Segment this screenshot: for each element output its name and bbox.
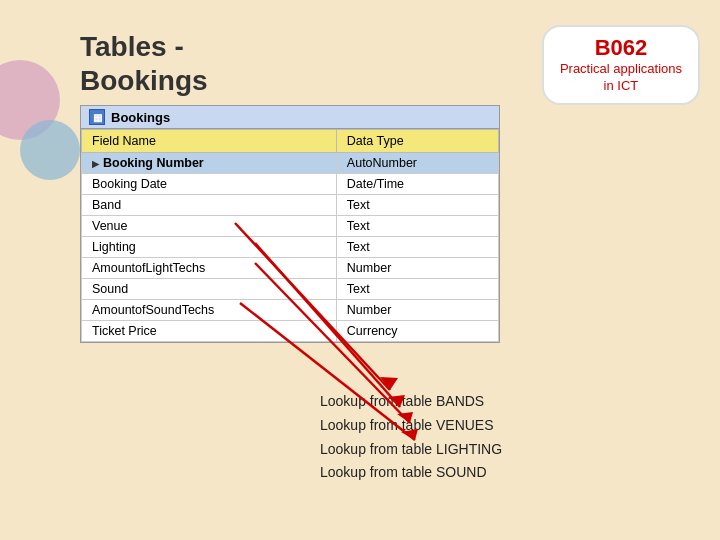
field-name-cell: Lighting	[82, 237, 337, 258]
lookup-item: Lookup from table VENUES	[320, 414, 502, 438]
field-name-cell: Sound	[82, 279, 337, 300]
database-table: Field Name Data Type Booking NumberAutoN…	[81, 129, 499, 342]
lookup-item: Lookup from table SOUND	[320, 461, 502, 485]
data-type-cell: Number	[336, 258, 498, 279]
data-type-cell: Text	[336, 279, 498, 300]
lookup-text-block: Lookup from table BANDSLookup from table…	[320, 390, 502, 485]
data-type-cell: Number	[336, 300, 498, 321]
title-line1: Tables -	[80, 30, 208, 64]
field-name-cell: Booking Number	[82, 153, 337, 174]
field-name-cell: Ticket Price	[82, 321, 337, 342]
field-name-cell: Booking Date	[82, 174, 337, 195]
table-row: Ticket PriceCurrency	[82, 321, 499, 342]
data-type-cell: Text	[336, 216, 498, 237]
course-badge: B062 Practical applicationsin ICT	[542, 25, 700, 105]
table-row: Booking DateDate/Time	[82, 174, 499, 195]
field-name-cell: Band	[82, 195, 337, 216]
badge-code: B062	[560, 35, 682, 61]
table-row: AmountofLightTechsNumber	[82, 258, 499, 279]
table-window-title: Bookings	[111, 110, 170, 125]
circle-decoration-2	[20, 120, 80, 180]
table-row: VenueText	[82, 216, 499, 237]
title-line2: Bookings	[80, 64, 208, 98]
col-data-type: Data Type	[336, 130, 498, 153]
data-type-cell: AutoNumber	[336, 153, 498, 174]
field-name-cell: Venue	[82, 216, 337, 237]
table-header-row: Field Name Data Type	[82, 130, 499, 153]
col-field-name: Field Name	[82, 130, 337, 153]
field-name-cell: AmountofLightTechs	[82, 258, 337, 279]
svg-marker-1	[380, 377, 398, 390]
data-type-cell: Text	[336, 195, 498, 216]
table-title-bar: ▦ Bookings	[81, 106, 499, 129]
data-type-cell: Currency	[336, 321, 498, 342]
lookup-item: Lookup from table LIGHTING	[320, 438, 502, 462]
table-row: Booking NumberAutoNumber	[82, 153, 499, 174]
table-row: AmountofSoundTechsNumber	[82, 300, 499, 321]
page-title: Tables - Bookings	[80, 30, 208, 97]
bookings-table-window: ▦ Bookings Field Name Data Type Booking …	[80, 105, 500, 343]
main-content: Tables - Bookings B062 Practical applica…	[80, 20, 710, 530]
data-type-cell: Date/Time	[336, 174, 498, 195]
table-row: LightingText	[82, 237, 499, 258]
lookup-item: Lookup from table BANDS	[320, 390, 502, 414]
field-name-cell: AmountofSoundTechs	[82, 300, 337, 321]
badge-subtitle: Practical applicationsin ICT	[560, 61, 682, 95]
table-row: BandText	[82, 195, 499, 216]
table-icon: ▦	[89, 109, 105, 125]
data-type-cell: Text	[336, 237, 498, 258]
table-row: SoundText	[82, 279, 499, 300]
